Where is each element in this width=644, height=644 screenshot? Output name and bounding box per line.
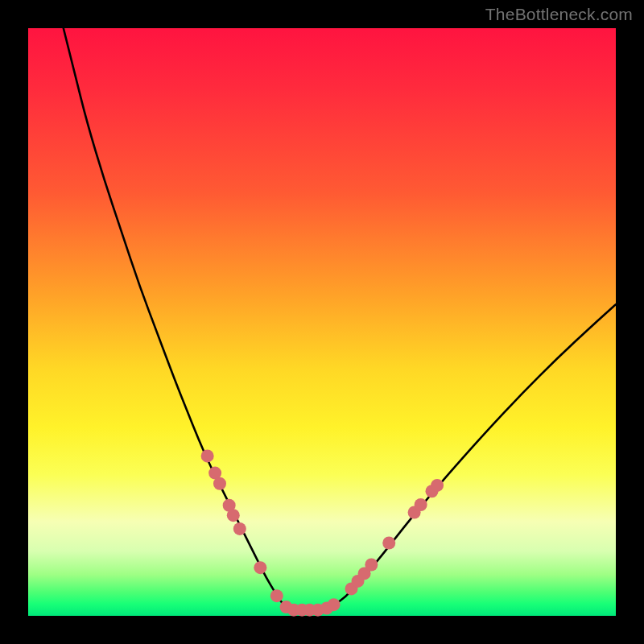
bottleneck-curve <box>64 28 616 610</box>
chart-overlay <box>28 28 616 616</box>
curve-marker <box>201 449 214 462</box>
chart-frame: TheBottleneck.com <box>0 0 644 644</box>
curve-marker <box>227 509 240 522</box>
curve-marker <box>233 522 246 535</box>
curve-markers <box>201 449 444 616</box>
curve-marker <box>431 479 444 492</box>
curve-marker <box>254 561 266 574</box>
curve-marker <box>415 498 427 511</box>
curve-marker <box>213 477 226 490</box>
curve-marker <box>365 558 378 571</box>
curve-marker <box>382 536 395 549</box>
watermark-text: TheBottleneck.com <box>485 5 633 24</box>
curve-marker <box>270 589 283 602</box>
curve-marker <box>328 598 341 611</box>
